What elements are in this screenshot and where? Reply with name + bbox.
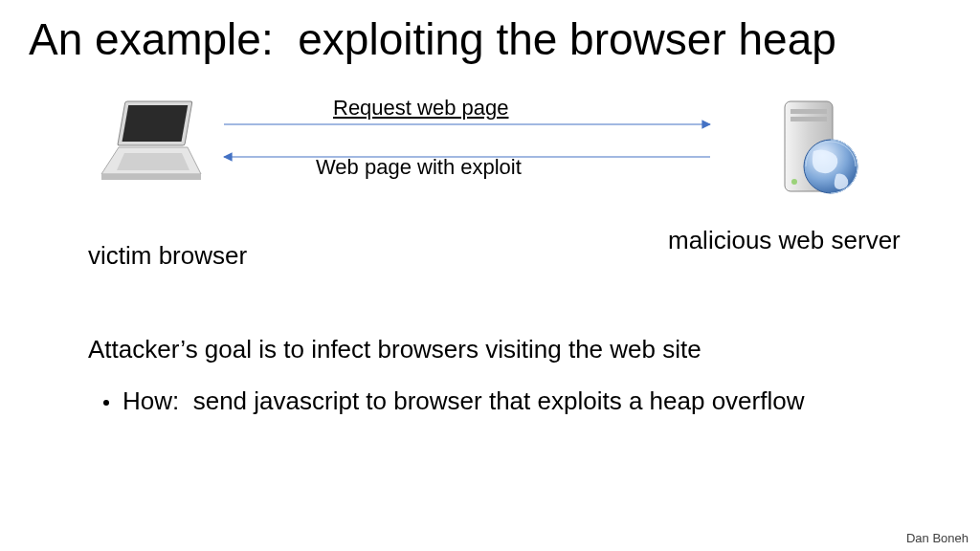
svg-rect-8 bbox=[791, 109, 827, 114]
request-label: Request web page bbox=[333, 96, 508, 121]
svg-rect-1 bbox=[122, 105, 189, 142]
bullet-dot-icon bbox=[103, 400, 109, 406]
response-label: Web page with exploit bbox=[316, 155, 522, 180]
slide-title: An example: exploiting the browser heap bbox=[29, 13, 836, 65]
bullet-1-text: How: send javascript to browser that exp… bbox=[122, 386, 804, 416]
body-line-1: Attacker’s goal is to infect browsers vi… bbox=[88, 335, 702, 364]
footer-author: Dan Boneh bbox=[906, 531, 969, 545]
svg-point-10 bbox=[791, 179, 797, 185]
victim-caption: victim browser bbox=[88, 241, 247, 271]
server-caption: malicious web server bbox=[668, 226, 901, 255]
server-icon bbox=[756, 98, 871, 203]
svg-rect-4 bbox=[101, 174, 201, 180]
laptop-icon bbox=[96, 96, 211, 191]
svg-rect-9 bbox=[791, 117, 827, 121]
bullet-1: How: send javascript to browser that exp… bbox=[103, 386, 804, 416]
svg-marker-3 bbox=[117, 153, 189, 170]
